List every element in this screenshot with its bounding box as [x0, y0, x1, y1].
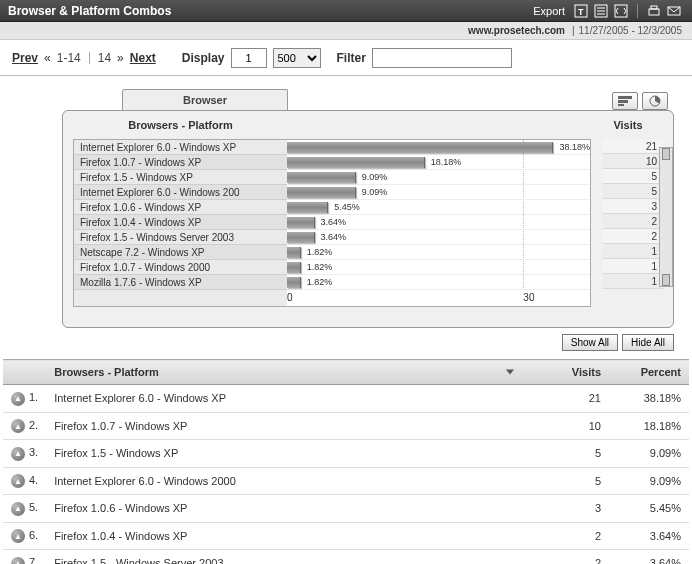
- chart-value-row: 2: [603, 229, 663, 244]
- chart-left-header: Browsers - Platform: [73, 119, 288, 131]
- chart-value-row: 3: [603, 199, 663, 214]
- chart-bar-percent-label: 38.18%: [559, 142, 590, 152]
- chart-value-row: 21: [603, 139, 663, 154]
- nav-row: Prev « 1-14 14 » Next Display 500 Filter: [0, 40, 692, 76]
- export-xml-icon[interactable]: [613, 3, 629, 19]
- chart-label-row: Internet Explorer 6.0 - Windows XP: [74, 140, 287, 155]
- chart-value-row: 5: [603, 184, 663, 199]
- chart-bar-row: 3.64%: [287, 215, 590, 230]
- table-row[interactable]: ▲3.Firefox 1.5 - Windows XP59.09%: [3, 440, 689, 468]
- chart-bar: [287, 157, 425, 168]
- site-name: www.prosetech.com: [468, 25, 565, 36]
- chart-label-row: Internet Explorer 6.0 - Windows 200: [74, 185, 287, 200]
- chart-label-row: Firefox 1.0.6 - Windows XP: [74, 200, 287, 215]
- chart-bar: [287, 262, 301, 273]
- row-visits: 3: [529, 495, 609, 523]
- row-visits: 2: [529, 522, 609, 550]
- chart-bar: [287, 247, 301, 258]
- filter-input[interactable]: [372, 48, 512, 68]
- col-header-visits[interactable]: Visits: [529, 360, 609, 385]
- chart-value-row: 5: [603, 169, 663, 184]
- svg-rect-7: [649, 9, 659, 15]
- data-table: Browsers - Platform Visits Percent ▲1.In…: [3, 359, 689, 564]
- chart-label-row: Mozilla 1.7.6 - Windows XP: [74, 275, 287, 290]
- svg-rect-6: [615, 5, 627, 17]
- table-row[interactable]: ▲2.Firefox 1.0.7 - Windows XP1018.18%: [3, 412, 689, 440]
- x-axis-min: 0: [287, 292, 293, 303]
- chart-bar-row: 9.09%: [287, 170, 590, 185]
- chart-bar-row: 38.18%: [287, 140, 590, 155]
- svg-text:T: T: [578, 7, 584, 17]
- hide-all-button[interactable]: Hide All: [622, 334, 674, 351]
- chart-bar-percent-label: 1.82%: [307, 247, 333, 257]
- col-header-percent[interactable]: Percent: [609, 360, 689, 385]
- row-visits: 21: [529, 385, 609, 413]
- table-row[interactable]: ▲6.Firefox 1.0.4 - Windows XP23.64%: [3, 522, 689, 550]
- rank-up-icon: ▲: [11, 502, 25, 516]
- row-name: Firefox 1.5 - Windows XP: [46, 440, 529, 468]
- double-right-icon[interactable]: »: [117, 51, 124, 65]
- chart-pie-view-button[interactable]: [642, 92, 668, 110]
- row-percent: 3.64%: [609, 522, 689, 550]
- chart-bar-percent-label: 9.09%: [362, 187, 388, 197]
- row-percent: 3.64%: [609, 550, 689, 565]
- next-link[interactable]: Next: [130, 51, 156, 65]
- chart-bar-row: 3.64%: [287, 230, 590, 245]
- export-text-icon[interactable]: T: [573, 3, 589, 19]
- filter-label: Filter: [337, 51, 366, 65]
- table-row[interactable]: ▲1.Internet Explorer 6.0 - Windows XP213…: [3, 385, 689, 413]
- page-size-select[interactable]: 500: [273, 48, 321, 68]
- rank-number: 7.: [29, 556, 38, 564]
- chart-value-row: 1: [603, 244, 663, 259]
- col-header-name[interactable]: Browsers - Platform: [46, 360, 529, 385]
- rank-number: 1.: [29, 391, 38, 403]
- rank-number: 4.: [29, 474, 38, 486]
- chart-bars-area: 38.18%18.18%9.09%9.09%5.45%3.64%3.64%1.8…: [287, 139, 591, 307]
- rank-up-icon: ▲: [11, 419, 25, 433]
- chart-label-row: Firefox 1.0.7 - Windows 2000: [74, 260, 287, 275]
- double-left-icon[interactable]: «: [44, 51, 51, 65]
- rank-up-icon: ▲: [11, 557, 25, 565]
- display-label: Display: [182, 51, 225, 65]
- show-all-button[interactable]: Show All: [562, 334, 618, 351]
- chart-bar: [287, 277, 301, 288]
- date-range: 11/27/2005 - 12/3/2005: [579, 25, 682, 36]
- export-label: Export: [533, 5, 565, 17]
- rank-number: 2.: [29, 419, 38, 431]
- print-icon[interactable]: [646, 3, 662, 19]
- chart-value-labels: 211055322111: [603, 139, 663, 307]
- chart-scrollbar[interactable]: [659, 147, 673, 287]
- row-percent: 38.18%: [609, 385, 689, 413]
- rank-number: 5.: [29, 501, 38, 513]
- chart-bar-view-button[interactable]: [612, 92, 638, 110]
- chart-bar-percent-label: 1.82%: [307, 277, 333, 287]
- chart-bar-row: 1.82%: [287, 245, 590, 260]
- table-row[interactable]: ▲5.Firefox 1.0.6 - Windows XP35.45%: [3, 495, 689, 523]
- chart-bar: [287, 187, 356, 198]
- page-number-input[interactable]: [231, 48, 267, 68]
- row-name: Firefox 1.0.4 - Windows XP: [46, 522, 529, 550]
- table-row[interactable]: ▲7.Firefox 1.5 - Windows Server 200323.6…: [3, 550, 689, 565]
- rank-up-icon: ▲: [11, 392, 25, 406]
- rank-up-icon: ▲: [11, 529, 25, 543]
- export-xls-icon[interactable]: [593, 3, 609, 19]
- row-visits: 10: [529, 412, 609, 440]
- chart-bar: [287, 172, 356, 183]
- email-icon[interactable]: [666, 3, 682, 19]
- chart-bar-percent-label: 3.64%: [321, 217, 347, 227]
- row-name: Firefox 1.0.6 - Windows XP: [46, 495, 529, 523]
- chart-bar: [287, 202, 328, 213]
- rank-up-icon: ▲: [11, 447, 25, 461]
- chart-bar: [287, 217, 315, 228]
- chart-value-row: 10: [603, 154, 663, 169]
- row-visits: 2: [529, 550, 609, 565]
- prev-link[interactable]: Prev: [12, 51, 38, 65]
- tab-browser[interactable]: Browser: [122, 89, 288, 110]
- table-row[interactable]: ▲4.Internet Explorer 6.0 - Windows 20005…: [3, 467, 689, 495]
- row-percent: 9.09%: [609, 467, 689, 495]
- chart-bar-row: 9.09%: [287, 185, 590, 200]
- chart-bar-row: 5.45%: [287, 200, 590, 215]
- chart-value-row: 1: [603, 274, 663, 289]
- info-row: www.prosetech.com | 11/27/2005 - 12/3/20…: [0, 22, 692, 40]
- chart-label-row: Firefox 1.0.7 - Windows XP: [74, 155, 287, 170]
